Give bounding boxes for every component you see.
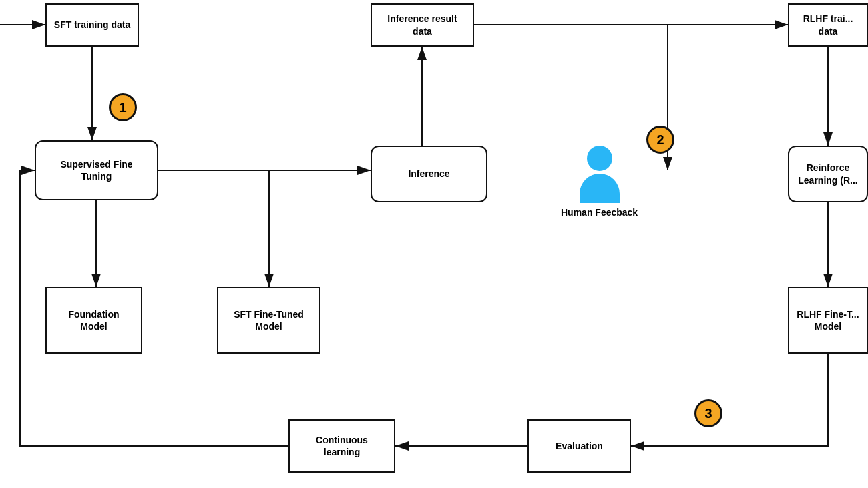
sft-finetuned-box: SFT Fine-TunedModel <box>217 287 320 354</box>
human-feedback-label: Human Feecback <box>561 207 638 218</box>
arrows-layer <box>0 0 868 488</box>
inference-result-box: Inference resultdata <box>371 3 474 47</box>
rlhf-finetuned-box: RLHF Fine-T...Model <box>788 287 868 354</box>
sft-process-box: Supervised FineTuning <box>35 140 158 200</box>
foundation-model-box: FoundationModel <box>45 287 142 354</box>
diagram: SFT training data Supervised FineTuning … <box>0 0 868 488</box>
human-body <box>580 174 620 203</box>
badge-3: 3 <box>694 399 722 427</box>
badge-1: 1 <box>109 93 137 121</box>
rl-process-box: ReinforceLearning (R... <box>788 146 868 202</box>
continuous-learning-box: Continuouslearning <box>288 419 395 473</box>
badge-2: 2 <box>646 126 674 154</box>
sft-training-data-box: SFT training data <box>45 3 139 47</box>
human-head <box>587 146 612 171</box>
rlhf-training-box: RLHF trai...data <box>788 3 868 47</box>
evaluation-box: Evaluation <box>527 419 631 473</box>
human-feedback-icon: Human Feecback <box>561 146 638 218</box>
inference-box: Inference <box>371 146 487 202</box>
